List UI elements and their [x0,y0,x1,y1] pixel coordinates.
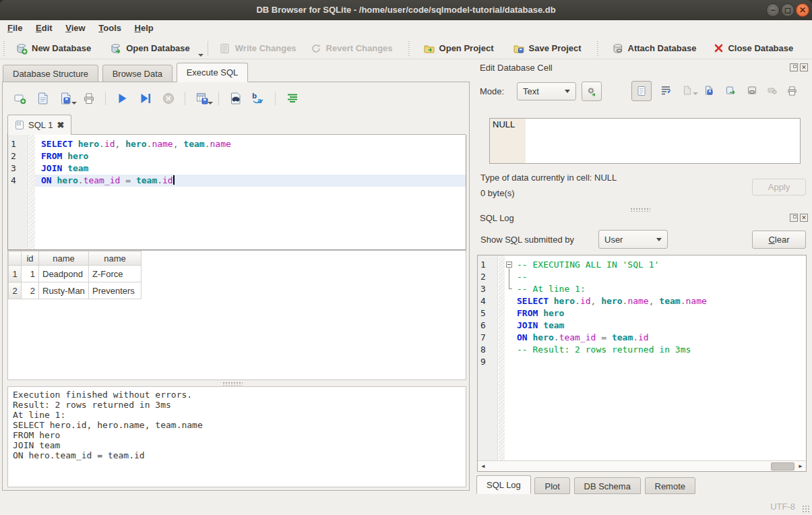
menu-view[interactable]: View [60,20,90,33]
sql-document-icon [15,120,24,130]
toolbar-grip[interactable] [408,41,411,56]
menu-help[interactable]: Help [129,20,159,33]
stop-button[interactable] [160,90,177,107]
editor-code-area[interactable]: SELECT hero.id, hero.name, team.name FRO… [35,135,466,249]
dock-close-icon[interactable]: ✕ [800,214,808,222]
cell-editor-gutter: NULL [490,119,526,163]
scrollbar-thumb[interactable] [771,462,794,471]
toolbar-separator [208,41,208,56]
close-tab-icon[interactable]: ✖ [57,120,64,130]
toolbar-separator [275,92,276,105]
format-sql-icon[interactable] [284,90,301,107]
toolbar-grip[interactable] [3,41,6,56]
dock-float-icon[interactable] [790,63,798,71]
open-in-app-button[interactable] [743,82,760,98]
new-database-button[interactable]: New Database [9,40,98,57]
code-line: SELECT hero.id, hero.name, team.name [35,138,466,150]
open-database-dropdown[interactable] [198,54,204,57]
dock-float-icon[interactable] [790,214,798,222]
attach-database-button[interactable]: Attach Database [605,40,704,57]
results-col-name1[interactable]: name [39,251,89,266]
write-changes-button[interactable]: Write Changes [212,40,303,57]
write-changes-icon [219,42,231,55]
execute-all-button[interactable] [114,90,131,107]
results-corner-header[interactable] [9,251,22,266]
tab-execute-sql[interactable]: Execute SQL [177,63,249,82]
word-wrap-button[interactable] [657,82,674,98]
toolbar-grip[interactable] [596,41,600,56]
tab-plot[interactable]: Plot [534,477,569,494]
text-cursor [173,175,175,185]
close-database-icon [714,43,724,53]
resize-grip[interactable] [802,505,810,513]
results-col-id[interactable]: id [22,251,39,266]
print-sql-button[interactable] [80,90,97,107]
execute-line-button[interactable] [137,90,154,107]
table-row[interactable]: 1 1 Deadpond Z-Force [9,266,142,282]
main-toolbar: New Database Open Database Write Changes… [0,38,812,59]
open-database-button[interactable]: Open Database [103,40,197,57]
set-null-button[interactable] [763,82,780,98]
splitter-handle[interactable] [630,208,650,212]
sql-log-view[interactable]: 1 2 3 4 5 6 7 8 9 -- EXECUTING ALL IN 'S… [477,255,807,472]
print-cell-button[interactable] [784,82,801,98]
table-row[interactable]: 2 2 Rusty-Man Preventers [9,282,142,299]
results-col-name2[interactable]: name [89,251,142,266]
svg-text:b: b [252,92,257,100]
main-tab-bar: Database Structure Browse Data Execute S… [3,63,249,82]
code-line: JOIN team [35,162,466,175]
save-cell-button[interactable] [679,82,695,98]
tab-sql-log[interactable]: SQL Log [476,475,531,494]
close-button[interactable]: ✕ [796,3,809,17]
tab-database-structure[interactable]: Database Structure [3,65,98,82]
results-grid: id name name 1 1 Deadpond Z-Force 2 2 Ru… [7,250,466,380]
find-button[interactable] [227,90,244,107]
export-results-button[interactable] [193,90,210,107]
menu-bar: File Edit View Tools Help [2,20,811,38]
tab-remote[interactable]: Remote [645,477,696,494]
revert-changes-button[interactable]: Revert Changes [303,40,400,57]
save-sql-file-button[interactable] [57,90,74,107]
cell-editor[interactable]: NULL [489,118,801,164]
clear-log-button[interactable]: Clear [752,231,806,249]
scroll-left-icon[interactable]: ◀ [478,461,489,471]
splitter-handle[interactable] [222,382,243,386]
mode-combobox[interactable]: Text [517,82,576,100]
results-table: id name name 1 1 Deadpond Z-Force 2 2 Ru… [8,251,142,299]
apply-button[interactable]: Apply [752,179,806,195]
menu-file[interactable]: File [2,20,28,33]
auto-complete-button[interactable]: ba [250,90,267,107]
edit-cell-dock-title: Edit Database Cell [480,63,553,73]
menu-edit[interactable]: Edit [30,20,58,33]
horizontal-scrollbar[interactable]: ◀ ▶ [478,460,806,471]
menu-tools[interactable]: Tools [93,20,127,33]
open-sql-file-button[interactable] [34,90,51,107]
scroll-right-icon[interactable]: ▶ [795,461,806,471]
right-dock: Edit Database Cell ✕ Mode: Text NULL [475,61,812,499]
sql-tab-1[interactable]: SQL 1 ✖ [7,115,71,135]
toolbar-separator [105,92,106,105]
code-line-current: ON hero.team_id = team.id [35,175,466,187]
sql-tab-label: SQL 1 [28,120,53,130]
sql-editor[interactable]: 1 2 3 4 SELECT hero.id, hero.name, team.… [7,135,466,250]
minimize-button[interactable]: − [766,3,780,17]
cell-type-label: Type of data currently in cell: NULL [480,173,617,183]
import-cell-button[interactable] [582,82,602,101]
save-as-cell-button[interactable] [700,82,717,98]
toolbar-separator [185,92,185,105]
text-mode-button[interactable] [631,81,652,101]
tab-browse-data[interactable]: Browse Data [102,65,173,82]
revert-changes-icon [310,42,322,55]
fold-collapse-icon[interactable] [506,262,512,268]
close-database-button[interactable]: Close Database [707,40,800,56]
export-cell-button[interactable] [722,82,739,98]
dock-close-icon[interactable]: ✕ [800,63,808,71]
code-line: FROM hero [35,150,466,162]
open-project-button[interactable]: Open Project [416,40,501,57]
save-project-button[interactable]: Save Project [506,40,588,57]
sql-source-combobox[interactable]: User [598,230,668,249]
text-document-icon [636,86,647,96]
maximize-button[interactable]: ◻ [781,3,794,17]
new-sql-tab-button[interactable] [11,90,28,107]
tab-db-schema[interactable]: DB Schema [574,477,641,494]
